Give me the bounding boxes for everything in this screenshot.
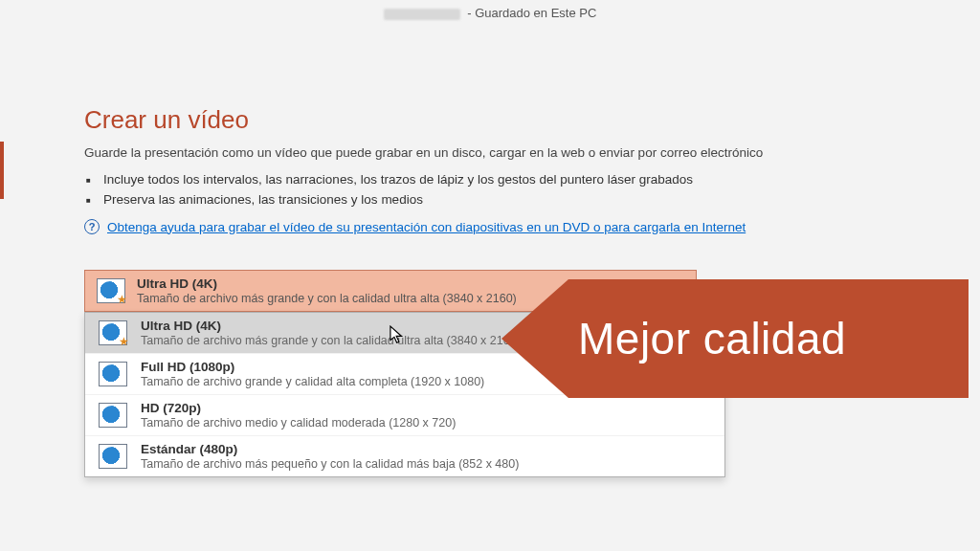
quality-selected-title: Ultra HD (4K) <box>137 276 517 291</box>
quality-option-title: Full HD (1080p) <box>141 360 484 374</box>
quality-selected-desc: Tamaño de archivo más grande y con la ca… <box>137 292 517 305</box>
help-icon: ? <box>84 219 100 234</box>
quality-option-desc: Tamaño de archivo grande y calidad alta … <box>141 375 484 388</box>
quality-option-title: Ultra HD (4K) <box>141 319 521 333</box>
star-icon: ★ <box>119 335 129 348</box>
titlebar-suffix: - Guardado en Este PC <box>467 6 596 20</box>
resolution-icon <box>99 444 127 469</box>
quality-option-desc: Tamaño de archivo más pequeño y con la c… <box>141 457 519 471</box>
annotation-callout: Mejor calidad <box>501 279 969 398</box>
titlebar-filename-blurred <box>384 9 460 20</box>
bullet-item: Preserva las animaciones, las transicion… <box>103 189 907 209</box>
page-heading: Crear un vídeo <box>84 105 907 135</box>
quality-option-standard[interactable]: Estándar (480p) Tamaño de archivo más pe… <box>85 435 724 476</box>
resolution-icon: ★ <box>97 278 125 303</box>
backstage-accent-strip <box>0 142 4 199</box>
resolution-icon <box>99 362 127 386</box>
resolution-icon: ★ <box>99 320 127 345</box>
star-icon: ★ <box>117 293 127 306</box>
callout-arrow-icon <box>501 279 568 398</box>
feature-bullets: Incluye todos los intervalos, las narrac… <box>84 169 907 209</box>
quality-option-hd[interactable]: HD (720p) Tamaño de archivo medio y cali… <box>85 394 724 435</box>
mouse-cursor-icon <box>390 325 407 346</box>
window-titlebar: - Guardado en Este PC <box>0 6 980 20</box>
bullet-item: Incluye todos los intervalos, las narrac… <box>103 169 907 189</box>
help-link[interactable]: Obtenga ayuda para grabar el vídeo de su… <box>107 220 746 234</box>
page-lead: Guarde la presentación como un vídeo que… <box>84 144 812 162</box>
callout-text: Mejor calidad <box>568 279 969 398</box>
resolution-icon <box>99 403 127 428</box>
export-video-panel: Crear un vídeo Guarde la presentación co… <box>84 105 907 234</box>
quality-option-title: HD (720p) <box>141 401 456 415</box>
quality-option-desc: Tamaño de archivo medio y calidad modera… <box>141 416 456 430</box>
quality-option-title: Estándar (480p) <box>141 442 519 456</box>
help-row: ? Obtenga ayuda para grabar el vídeo de … <box>84 219 907 234</box>
quality-option-desc: Tamaño de archivo más grande y con la ca… <box>141 334 521 347</box>
